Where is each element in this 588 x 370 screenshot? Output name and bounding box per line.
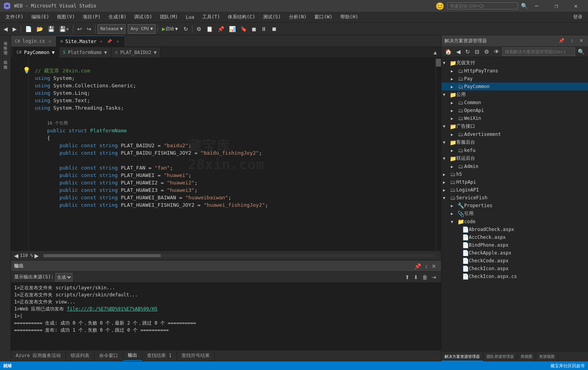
tree-item-kefu-group[interactable]: ▼ 📁 客服后台 <box>441 138 588 146</box>
output-pin-button[interactable]: 📌 <box>413 262 423 270</box>
se-settings-button[interactable]: ⚙ <box>482 47 491 56</box>
tree-item-weixin[interactable]: ▶ 🗂 WeiXin <box>441 114 588 122</box>
tree-item-bindphone[interactable]: 📄 BindPhone.aspx <box>441 241 588 249</box>
menu-item-test[interactable]: 测试(S) <box>259 12 285 22</box>
bottom-tab-azure[interactable]: Azure 应用服务活动 <box>11 351 66 361</box>
menu-item-team[interactable]: 团队(M) <box>156 12 182 22</box>
tree-item-checkicon[interactable]: 📄 CheckIcon.aspx <box>441 265 588 273</box>
tree-item-admin[interactable]: ▶ 🗂 Admin <box>441 162 588 170</box>
toolbar-btn-6[interactable]: ◼ <box>250 25 258 33</box>
toolbar-btn-2[interactable]: 📋 <box>204 25 215 33</box>
tree-item-code[interactable]: ▼ 📁 code <box>441 218 588 226</box>
sub-tab-platformname[interactable]: S PlatformName ▼ <box>59 47 112 58</box>
sub-tab-arrow-3[interactable]: ▼ <box>154 50 156 55</box>
output-publish-link[interactable]: file:///D:/%E7%BD%91%E7%AB%99/H5 <box>67 306 158 312</box>
tree-item-servicefish[interactable]: ▼ 🗂 ServiceFish <box>441 194 588 202</box>
tree-item-openapi[interactable]: ▶ 🗂 OpenApi <box>441 106 588 114</box>
menu-item-help[interactable]: 帮助(H) <box>336 12 362 22</box>
menu-item-lua[interactable]: Lua <box>182 13 198 22</box>
back-button[interactable]: ◀ <box>2 25 10 33</box>
save-button[interactable]: 💾 <box>46 25 56 33</box>
panel-tab-team[interactable]: 团队资源管理器 <box>483 353 517 361</box>
minimize-button[interactable]: ─ <box>528 0 546 12</box>
tree-item-yinyong[interactable]: ▶ 📎 引用 <box>441 209 588 218</box>
menu-item-login[interactable]: 登录 <box>569 12 586 22</box>
tree-item-properties[interactable]: ▶ 🔧 Properties <box>441 202 588 209</box>
restore-button[interactable]: ❐ <box>547 0 565 12</box>
lightbulb-icon[interactable]: 💡 <box>23 67 31 74</box>
bottom-tab-findsym[interactable]: 查找符号结果 <box>177 351 215 361</box>
tree-item-checkicon-cs[interactable]: 📄 CheckIcon.aspx.cs <box>441 273 588 280</box>
output-content[interactable]: 1>正在发布文件夹 scripts/layer/skin... 1>正在发布文件… <box>11 283 441 350</box>
se-collapseall-button[interactable]: ⊟ <box>473 47 481 56</box>
menu-item-arch[interactable]: 体系结构(C) <box>224 12 259 22</box>
output-btn-2[interactable]: ⬇ <box>412 273 420 281</box>
menu-item-debug[interactable]: 调试(D) <box>130 12 156 22</box>
sub-tab-paycommon[interactable]: C# PayCommon ▼ <box>13 47 59 58</box>
se-refresh-button[interactable]: ↻ <box>463 47 472 56</box>
sidebar-item-2[interactable]: 策略 <box>2 42 9 45</box>
se-home-button[interactable]: 🏠 <box>443 47 454 56</box>
sub-tab-platbaidu2[interactable]: c PLAT_BAIDU2 ▼ <box>111 47 161 58</box>
code-content[interactable]: // 藏宝库 28xin.com using System; using Sys… <box>29 58 436 251</box>
sidebar-item-1[interactable]: 滚动 <box>2 37 9 40</box>
menu-item-view[interactable]: 视图(V) <box>53 12 79 22</box>
tree-item-common[interactable]: ▶ 🗂 Common <box>441 99 588 106</box>
zoom-slider-track[interactable] <box>44 254 435 257</box>
tree-item-checkapple[interactable]: 📄 CheckApple.aspx <box>441 249 588 257</box>
se-back-button[interactable]: ◀ <box>454 47 463 56</box>
output-btn-4[interactable]: ⇥ <box>430 273 438 281</box>
panel-tab-se[interactable]: 解决方案资源管理器 <box>441 353 483 361</box>
panel-tab-resource[interactable]: 资源视图 <box>536 353 558 361</box>
tree-item-guanggao[interactable]: ▼ 📁 广告接口 <box>441 122 588 130</box>
output-close-button[interactable]: ✕ <box>430 262 438 270</box>
zoom-in-button[interactable]: ▶ <box>34 253 39 259</box>
toolbar-btn-5[interactable]: 🔖 <box>238 25 249 33</box>
bottom-tab-errors[interactable]: 错误列表 <box>66 351 94 361</box>
zoom-out-button[interactable]: ◀ <box>14 253 18 259</box>
tab-site-master[interactable]: ≡ Site.Master ✕ 📌 ✕ <box>56 36 124 47</box>
tab-close-site[interactable]: ✕ <box>99 39 103 44</box>
sidebar-item-5[interactable]: 推进论 <box>2 60 9 63</box>
menu-item-project[interactable]: 项目(P) <box>79 12 105 22</box>
menu-item-window[interactable]: 窗口(W) <box>310 12 336 22</box>
sidebar-item-3[interactable]: 管理 <box>2 46 9 49</box>
bottom-tab-cmd[interactable]: 命令窗口 <box>94 351 123 361</box>
output-btn-3[interactable]: 🗑 <box>421 273 429 281</box>
output-btn-1[interactable]: ⬆ <box>403 273 411 281</box>
tree-item-h5[interactable]: ▶ 🗂 h5 <box>441 170 588 178</box>
tree-item-acccheck[interactable]: 📄 AccCheck.aspx <box>441 233 588 241</box>
panel-tab-class[interactable]: 类视图 <box>517 353 536 361</box>
tree-item-abroadcheck[interactable]: 📄 AbroadCheck.aspx <box>441 226 588 233</box>
refresh-button[interactable]: ↻ <box>181 25 190 33</box>
menu-item-build[interactable]: 生成(B) <box>105 12 131 22</box>
editor-action-up[interactable]: ▲ <box>431 49 439 56</box>
toolbar-btn-3[interactable]: 📌 <box>216 25 226 33</box>
quick-launch-input[interactable] <box>447 2 518 9</box>
tree-item-paycommon[interactable]: ▶ 🗂 PayCommon <box>441 83 588 90</box>
close-button[interactable]: ✕ <box>567 0 585 12</box>
tree-item-gongyong[interactable]: ▼ 📁 公用 <box>441 90 588 99</box>
sidebar-item-4[interactable]: H 加载 <box>2 51 9 59</box>
undo-button[interactable]: ↩ <box>75 25 84 33</box>
tab-pin-site[interactable]: 📌 <box>106 39 113 44</box>
toolbar-btn-1[interactable]: ⚙ <box>194 25 203 33</box>
sub-tab-arrow-2[interactable]: ▼ <box>104 50 107 55</box>
new-file-button[interactable]: 📄 <box>23 25 34 33</box>
menu-item-edit[interactable]: 编辑(E) <box>27 12 53 22</box>
bottom-tab-output[interactable]: 输出 <box>123 350 142 361</box>
tree-item-lianyun[interactable]: ▼ 📁 联运后台 <box>441 154 588 162</box>
vertical-scrollbar[interactable] <box>436 58 441 251</box>
tab-login-cs[interactable]: C# login.cs ✕ <box>11 36 56 47</box>
sub-tab-arrow-1[interactable]: ▼ <box>52 50 54 55</box>
tab-close-site2[interactable]: ✕ <box>115 39 120 44</box>
se-preview-button[interactable]: 👁 <box>492 47 501 56</box>
se-search-input[interactable] <box>502 47 575 56</box>
output-move-button[interactable]: ↕ <box>423 262 429 270</box>
tree-item-httpapi[interactable]: ▶ 🗂 HttpApi <box>441 178 588 186</box>
build-config-dropdown[interactable]: Release ▼ <box>98 24 125 34</box>
output-source-select[interactable]: 生成 <box>55 273 73 282</box>
tree-item-advertisement[interactable]: ▶ 🗂 Advertisement <box>441 130 588 138</box>
se-move-button[interactable]: ↕ <box>569 37 575 44</box>
menu-item-file[interactable]: 文件(F) <box>2 12 27 22</box>
